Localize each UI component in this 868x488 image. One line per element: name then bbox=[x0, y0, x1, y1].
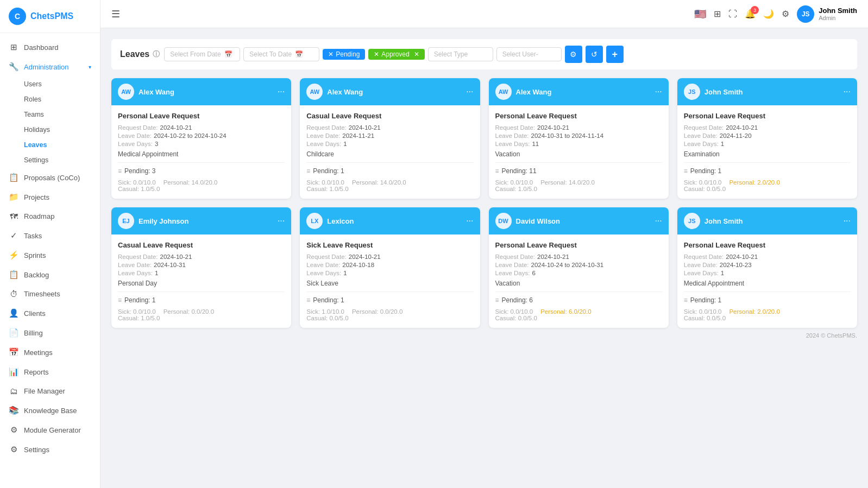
sidebar-item-roles[interactable]: Roles bbox=[0, 92, 100, 107]
card-menu-2[interactable]: ··· bbox=[466, 87, 473, 97]
reports-icon: 📊 bbox=[9, 367, 18, 377]
card-header-2: AW Alex Wang ··· bbox=[300, 78, 480, 105]
card-menu-7[interactable]: ··· bbox=[655, 216, 662, 226]
card-reason-3: Vacation bbox=[495, 150, 662, 158]
sidebar-item-timesheets[interactable]: ⏱ Timesheets bbox=[0, 284, 100, 303]
card-leave-days-3: Leave Days: 11 bbox=[495, 141, 662, 147]
sidebar-item-file-manager[interactable]: 🗂 File Manager bbox=[0, 382, 100, 401]
refresh-toolbar-btn[interactable]: ↺ bbox=[586, 46, 603, 63]
card-request-date-3: Request Date: 2024-10-21 bbox=[495, 124, 662, 131]
settings-toolbar-btn[interactable]: ⚙ bbox=[565, 46, 582, 63]
card-header-8: JS John Smith ··· bbox=[677, 207, 857, 235]
sidebar-item-reports[interactable]: 📊 Reports bbox=[0, 362, 100, 382]
sidebar-item-sprints[interactable]: ⚡ Sprints bbox=[0, 245, 100, 265]
card-reason-6: Sick Leave bbox=[306, 280, 473, 287]
add-toolbar-btn[interactable]: + bbox=[606, 46, 624, 63]
card-avatar-3: AW bbox=[495, 84, 512, 100]
pending-label-1: Pending: 3 bbox=[124, 167, 155, 175]
sidebar-label-settings: Settings bbox=[24, 446, 91, 454]
card-reason-4: Examination bbox=[684, 150, 851, 158]
card-leave-type-5: Casual Leave Request bbox=[118, 241, 285, 249]
card-menu-5[interactable]: ··· bbox=[278, 216, 285, 226]
sidebar: C ChetsPMS ⊞ Dashboard 🔧 Administration … bbox=[0, 0, 100, 488]
card-quota-6: Sick: 1.0/10.0 Personal: 0.0/20.0 bbox=[306, 308, 473, 315]
tag-pending: ✕ Pending bbox=[323, 49, 365, 60]
from-date-input[interactable]: Select From Date 📅 bbox=[164, 47, 240, 61]
leave-card-3: AW Alex Wang ··· Personal Leave Request … bbox=[489, 78, 669, 199]
sidebar-item-settings-sub[interactable]: Settings bbox=[0, 153, 100, 168]
card-leave-type-6: Sick Leave Request bbox=[306, 241, 473, 249]
administration-icon: 🔧 bbox=[9, 62, 18, 72]
card-sick-6: Sick: 1.0/10.0 bbox=[306, 308, 344, 315]
card-sick-8: Sick: 0.0/10.0 bbox=[684, 308, 722, 315]
sidebar-item-settings[interactable]: ⚙ Settings bbox=[0, 440, 100, 459]
user-profile[interactable]: JS John Smith Admin bbox=[797, 5, 857, 23]
footer-text: 2024 © ChetsPMS. bbox=[806, 332, 857, 339]
pending-label-5: Pending: 1 bbox=[124, 296, 155, 304]
sidebar-item-meetings[interactable]: 📅 Meetings bbox=[0, 343, 100, 362]
card-reason-8: Medical Appointment bbox=[684, 280, 851, 287]
card-quota-2: Sick: 0.0/10.0 Personal: 14.0/20.0 bbox=[306, 179, 473, 186]
sidebar-item-backlog[interactable]: 📋 Backlog bbox=[0, 265, 100, 284]
pending-icon-1: ≡ bbox=[118, 167, 122, 175]
card-casual-4: Casual: 0.0/5.0 bbox=[684, 186, 726, 192]
sidebar-item-tasks[interactable]: ✓ Tasks bbox=[0, 226, 100, 245]
sidebar-item-administration[interactable]: 🔧 Administration ▾ bbox=[0, 57, 100, 77]
sidebar-item-proposals[interactable]: 📋 Proposals (CoCo) bbox=[0, 168, 100, 187]
card-body-6: Sick Leave Request Request Date: 2024-10… bbox=[300, 235, 480, 328]
sidebar-item-roadmap[interactable]: 🗺 Roadmap bbox=[0, 207, 100, 226]
card-casual-7: Casual: 0.0/5.0 bbox=[495, 315, 537, 321]
type-select-placeholder: Select Type bbox=[434, 50, 468, 58]
card-casual-quota-5: Casual: 1.0/5.0 bbox=[118, 315, 285, 321]
header-left: ☰ bbox=[111, 8, 120, 20]
card-casual-8: Casual: 0.0/5.0 bbox=[684, 315, 726, 321]
tag-close-all[interactable]: ✕ bbox=[414, 50, 419, 58]
to-date-input[interactable]: Select To Date 📅 bbox=[243, 47, 319, 61]
tag-close-pending[interactable]: ✕ bbox=[328, 50, 334, 58]
card-reason-7: Vacation bbox=[495, 280, 662, 287]
pending-label-2: Pending: 1 bbox=[313, 167, 344, 175]
notification-bell[interactable]: 🔔 3 bbox=[745, 9, 756, 19]
language-flag[interactable]: 🇺🇸 bbox=[694, 8, 706, 20]
sidebar-nav: ⊞ Dashboard 🔧 Administration ▾ Users Rol… bbox=[0, 33, 100, 488]
card-menu-3[interactable]: ··· bbox=[655, 87, 662, 97]
card-username-7: David Wilson bbox=[516, 217, 651, 225]
card-username-8: John Smith bbox=[705, 217, 839, 225]
card-menu-8[interactable]: ··· bbox=[844, 216, 851, 226]
sidebar-item-knowledge-base[interactable]: 📚 Knowledge Base bbox=[0, 401, 100, 420]
card-casual-quota-1: Casual: 1.0/5.0 bbox=[118, 186, 285, 192]
card-pending-6: ≡ Pending: 1 bbox=[306, 296, 473, 304]
type-select[interactable]: Select Type bbox=[428, 47, 493, 61]
sidebar-item-projects[interactable]: 📁 Projects bbox=[0, 187, 100, 207]
card-casual-5: Casual: 1.0/5.0 bbox=[118, 315, 160, 321]
theme-toggle-icon[interactable]: 🌙 bbox=[763, 9, 774, 19]
fullscreen-icon[interactable]: ⛶ bbox=[728, 9, 737, 19]
hamburger-menu[interactable]: ☰ bbox=[111, 8, 120, 20]
sidebar-item-users[interactable]: Users bbox=[0, 77, 100, 92]
card-header-3: AW Alex Wang ··· bbox=[489, 78, 669, 105]
card-casual-quota-2: Casual: 1.0/5.0 bbox=[306, 186, 473, 192]
sidebar-item-billing[interactable]: 📄 Billing bbox=[0, 323, 100, 343]
sidebar-item-leaves[interactable]: Leaves bbox=[0, 137, 100, 153]
calendar-icon: 📅 bbox=[224, 50, 232, 58]
sidebar-item-holidays[interactable]: Holidays bbox=[0, 122, 100, 137]
card-request-date-7: Request Date: 2024-10-21 bbox=[495, 253, 662, 260]
card-menu-6[interactable]: ··· bbox=[466, 216, 473, 226]
projects-icon: 📁 bbox=[9, 192, 18, 202]
card-menu-1[interactable]: ··· bbox=[278, 87, 285, 97]
sidebar-item-module-generator[interactable]: ⚙ Module Generator bbox=[0, 420, 100, 440]
sidebar-item-teams[interactable]: Teams bbox=[0, 107, 100, 122]
roadmap-icon: 🗺 bbox=[9, 212, 18, 221]
settings-gear-icon[interactable]: ⚙ bbox=[782, 9, 789, 19]
card-personal-7: Personal: 6.0/20.0 bbox=[540, 308, 591, 315]
tag-close-approved[interactable]: ✕ bbox=[374, 50, 379, 58]
sidebar-item-clients[interactable]: 👤 Clients bbox=[0, 303, 100, 323]
card-menu-4[interactable]: ··· bbox=[844, 87, 851, 97]
grid-icon[interactable]: ⊞ bbox=[714, 9, 721, 19]
card-avatar-8: JS bbox=[684, 213, 700, 229]
module-generator-icon: ⚙ bbox=[9, 425, 18, 435]
card-header-1: AW Alex Wang ··· bbox=[111, 78, 291, 105]
sidebar-item-dashboard[interactable]: ⊞ Dashboard bbox=[0, 37, 100, 57]
user-select[interactable]: Select User- bbox=[496, 47, 562, 61]
tasks-icon: ✓ bbox=[9, 231, 18, 240]
